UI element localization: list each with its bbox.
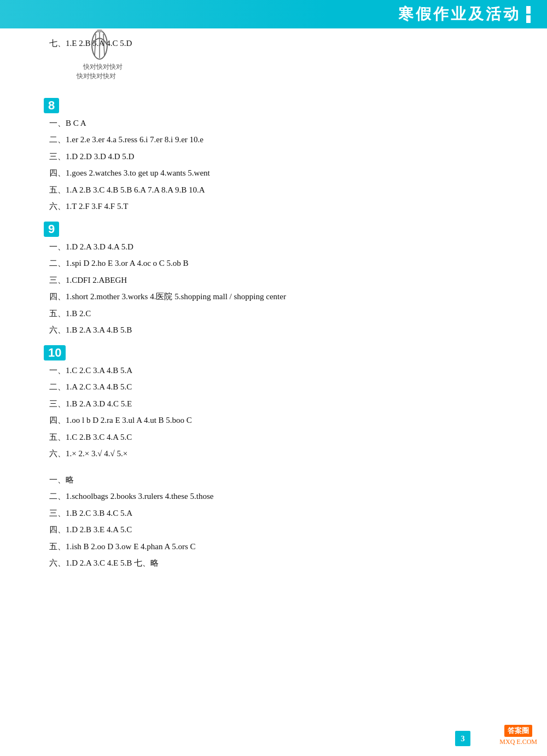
section-8-block: 8 一、B C A 二、1.er 2.e 3.er 4.a 5.ress 6.i…	[44, 98, 503, 214]
answer-ex-si: 四、1.D 2.B 3.E 4.A 5.C	[44, 523, 503, 537]
svg-line-3	[103, 34, 104, 56]
answer-10-liu: 六、1.× 2.× 3.√ 4.√ 5.×	[44, 447, 503, 461]
section-8-number: 8	[44, 98, 503, 113]
answer-9-si: 四、1.short 2.mother 3.works 4.医院 5.shoppi…	[44, 290, 503, 304]
section-10-block: 10 一、1.C 2.C 3.A 4.B 5.A 二、1.A 2.C 3.A 4…	[44, 345, 503, 461]
section-9-badge: 9	[44, 222, 59, 237]
section-10-number: 10	[44, 345, 503, 360]
pencil-icon	[85, 28, 118, 61]
answer-10-san: 三、1.B 2.A 3.D 4.C 5.E	[44, 397, 503, 411]
answer-10-yi: 一、1.C 2.C 3.A 4.B 5.A	[44, 364, 503, 378]
answer-10-er: 二、1.A 2.C 3.A 4.B 5.C	[44, 380, 503, 394]
answer-ex-er: 二、1.schoolbags 2.books 3.rulers 4.these …	[44, 490, 503, 504]
watermark: 答案圈 MXQ E.COM	[499, 725, 537, 746]
svg-rect-4	[97, 30, 102, 32]
answer-9-yi: 一、1.D 2.A 3.D 4.A 5.D	[44, 240, 503, 254]
header-title: 寒假作业及活动	[398, 4, 521, 25]
answer-ex-wu: 五、1.ish B 2.oo D 3.ow E 4.phan A 5.ors C	[44, 540, 503, 554]
answer-10-si: 四、1.oo l b D 2.ra E 3.ul A 4.ut B 5.boo …	[44, 414, 503, 428]
svg-line-1	[95, 34, 96, 56]
answer-9-san: 三、1.CDFI 2.ABEGH	[44, 274, 503, 288]
answer-ex-san: 三、1.B 2.C 3.B 4.C 5.A	[44, 507, 503, 521]
watermark-url: MXQ E.COM	[499, 738, 537, 746]
header-banner: 寒假作业及活动	[0, 0, 547, 28]
answer-ex-yi: 一、略	[44, 473, 503, 487]
quick-check-text: 快对快对快对 快对快对快对	[77, 54, 503, 90]
answer-8-wu: 五、1.A 2.B 3.C 4.B 5.B 6.A 7.A 8.A 9.B 10…	[44, 183, 503, 197]
answer-8-yi: 一、B C A	[44, 117, 503, 131]
section-9-block: 9 一、1.D 2.A 3.D 4.A 5.D 二、1.spi D 2.ho E…	[44, 222, 503, 338]
section-extra-block: 一、略 二、1.schoolbags 2.books 3.rulers 4.th…	[44, 473, 503, 571]
answer-8-liu: 六、1.T 2.F 3.F 4.F 5.T	[44, 200, 503, 214]
answer-8-er: 二、1.er 2.e 3.er 4.a 5.ress 6.i 7.er 8.i …	[44, 133, 503, 147]
main-content: 七、1.E 2.B 3.A 4.C 5.D 快对快对快对 快对快对快对 8 一、…	[0, 28, 547, 595]
answer-9-wu: 五、1.B 2.C	[44, 307, 503, 321]
section-8-badge: 8	[44, 98, 59, 113]
section-9-number: 9	[44, 222, 503, 237]
header-bar-1	[526, 6, 531, 14]
section-10-badge: 10	[44, 345, 66, 360]
answer-9-er: 二、1.spi D 2.ho E 3.or A 4.oc o C 5.ob B	[44, 257, 503, 271]
answer-8-si: 四、1.goes 2.watches 3.to get up 4.wants 5…	[44, 166, 503, 181]
watermark-label: 答案圈	[504, 725, 532, 737]
answer-8-san: 三、1.D 2.D 3.D 4.D 5.D	[44, 150, 503, 164]
page-number: 3	[455, 731, 470, 746]
header-bar-2	[526, 15, 531, 23]
answer-10-wu: 五、1.C 2.B 3.C 4.A 5.C	[44, 431, 503, 445]
answer-ex-liu: 六、1.D 2.A 3.C 4.E 5.B 七、略	[44, 556, 503, 571]
header-bars	[526, 6, 531, 23]
quick-check-label: 快对快对快对 快对快对快对	[77, 63, 123, 80]
answer-9-liu: 六、1.B 2.A 3.A 4.B 5.B	[44, 323, 503, 338]
